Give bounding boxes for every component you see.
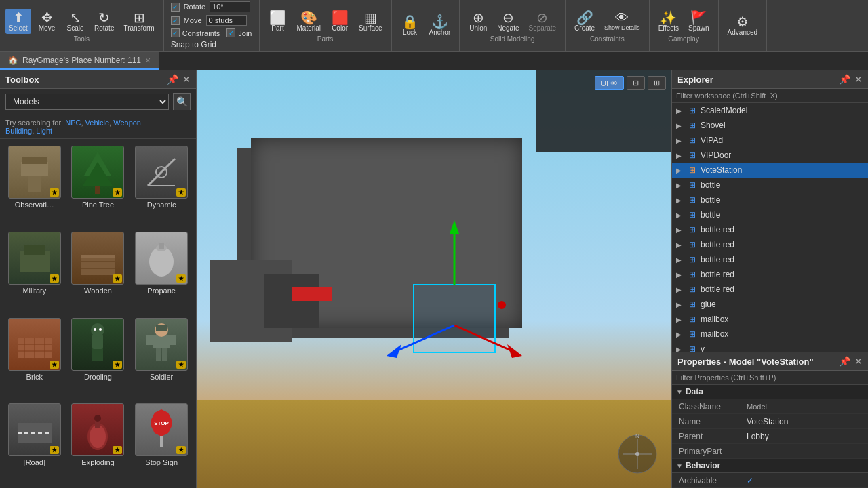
models-dropdown[interactable]: Models bbox=[5, 94, 169, 110]
lock-button[interactable]: 🔒 Lock bbox=[397, 13, 423, 38]
model-item-dynamic[interactable]: ★ Dynamic bbox=[131, 143, 192, 226]
tree-item-vipdoor[interactable]: ▶ ⊞ VIPDoor bbox=[672, 148, 868, 163]
spawn-button[interactable]: 🚩 Spawn bbox=[685, 9, 713, 34]
left-structure2 bbox=[264, 274, 319, 328]
create-button[interactable]: 🔗 Create bbox=[571, 9, 598, 34]
tree-item-bottle-red3[interactable]: ▶ ⊞ bottle red bbox=[672, 252, 868, 267]
tree-item-bottle1[interactable]: ▶ ⊞ bottle bbox=[672, 178, 868, 192]
scale-button[interactable]: ⤡ Scale bbox=[62, 9, 88, 34]
tree-item-bottle-red1[interactable]: ▶ ⊞ bottle red bbox=[672, 222, 868, 237]
surface-button[interactable]: ▦ Surface bbox=[355, 9, 385, 34]
tree-item-votestation[interactable]: ▶ ⊞ VoteStation bbox=[672, 163, 868, 178]
material-button[interactable]: 🎨 Material bbox=[294, 9, 325, 34]
model-badge-watchtower: ★ bbox=[50, 188, 59, 197]
constraints-checkbox[interactable]: ✓ bbox=[171, 28, 180, 37]
viewport[interactable]: UI 👁 ⊡ ⊞ bbox=[197, 70, 671, 488]
view-2d-button[interactable]: ⊡ bbox=[627, 76, 645, 90]
view-3d-button[interactable]: ⊞ bbox=[648, 76, 666, 90]
prop-archivable-val[interactable]: ✓ bbox=[747, 476, 861, 485]
suggestion-building[interactable]: Building bbox=[5, 127, 32, 135]
properties-pin-icon[interactable]: 📌 bbox=[839, 356, 850, 367]
suggestion-light[interactable]: Light bbox=[36, 127, 52, 135]
tree-label-mailbox1: mailbox bbox=[701, 314, 728, 324]
model-thumb-pinetree: ★ bbox=[71, 146, 124, 199]
properties-section-data[interactable]: ▼ Data bbox=[672, 385, 868, 399]
part-button[interactable]: ⬜ Part bbox=[265, 9, 291, 34]
properties-section-behavior[interactable]: ▼ Behavior bbox=[672, 459, 868, 473]
move-checkbox[interactable]: ✓ bbox=[171, 16, 180, 25]
move-value-input[interactable] bbox=[206, 15, 247, 26]
tree-icon-glue: ⊞ bbox=[687, 299, 698, 310]
tree-item-mailbox1[interactable]: ▶ ⊞ mailbox bbox=[672, 312, 868, 327]
model-thumb-exploding: ★ bbox=[71, 403, 124, 456]
join-checkbox[interactable]: ✓ bbox=[226, 28, 235, 37]
tree-item-bottle2[interactable]: ▶ ⊞ bottle bbox=[672, 192, 868, 207]
model-badge-stopsign: ★ bbox=[176, 446, 186, 454]
transform-button[interactable]: ⊞ Transform bbox=[120, 9, 157, 34]
model-item-propane[interactable]: ★ Propane bbox=[131, 229, 192, 312]
advanced-button[interactable]: ⚙ Advanced bbox=[724, 13, 761, 38]
model-item-wooden[interactable]: ★ Wooden bbox=[68, 229, 129, 312]
model-item-exploding[interactable]: ★ Exploding bbox=[68, 401, 129, 484]
spawn-icon: 🚩 bbox=[690, 11, 707, 24]
tree-item-v[interactable]: ▶ ⊞ v bbox=[672, 342, 868, 352]
prop-classname-row: ClassName Model bbox=[672, 399, 868, 414]
explorer-pin-icon[interactable]: 📌 bbox=[839, 74, 850, 85]
properties-close-icon[interactable]: ✕ bbox=[854, 356, 863, 367]
explorer-header-icons: 📌 ✕ bbox=[839, 74, 863, 85]
tree-item-bottle3[interactable]: ▶ ⊞ bottle bbox=[672, 207, 868, 222]
color-button[interactable]: 🟥 Color bbox=[327, 9, 353, 34]
search-button[interactable]: 🔍 bbox=[173, 93, 191, 110]
tree-item-scaled-model[interactable]: ▶ ⊞ ScaledModel bbox=[672, 103, 868, 118]
negate-button[interactable]: ⊖ Negate bbox=[494, 9, 522, 34]
viewport-ui-buttons: UI 👁 ⊡ ⊞ bbox=[595, 76, 666, 90]
tree-item-bottle-red4[interactable]: ▶ ⊞ bottle red bbox=[672, 267, 868, 282]
tab-title: RayGmage's Place Number: 111 bbox=[22, 56, 141, 65]
gameplay-group: ✨ Effects 🚩 Spawn Gameplay bbox=[650, 0, 719, 51]
show-details-icon: 👁 bbox=[615, 11, 629, 24]
svg-marker-49 bbox=[507, 344, 522, 358]
tree-arrow-bottle-red5: ▶ bbox=[676, 286, 684, 293]
tree-item-vipad[interactable]: ▶ ⊞ VIPAd bbox=[672, 133, 868, 148]
tree-item-glue[interactable]: ▶ ⊞ glue bbox=[672, 297, 868, 312]
svg-rect-33 bbox=[168, 336, 176, 345]
suggestion-weapon[interactable]: Weapon bbox=[113, 119, 141, 127]
anchor-button[interactable]: ⚓ Anchor bbox=[426, 13, 454, 38]
prop-name-val[interactable]: VoteStation bbox=[747, 417, 861, 426]
separate-button[interactable]: ⊘ Separate bbox=[525, 9, 559, 34]
transform-label: Transform bbox=[123, 24, 154, 32]
rotate-button[interactable]: ↻ Rotate bbox=[91, 9, 117, 34]
model-thumb-soldier: ★ bbox=[135, 318, 188, 371]
snap-group: ✓ Rotate ✓ Move ✓ Constraints ✓ Join Sna… bbox=[164, 0, 260, 51]
toolbox-header: Toolbox 📌 ✕ bbox=[0, 70, 196, 89]
model-item-stopsign[interactable]: STOP ★ Stop Sign bbox=[131, 401, 192, 484]
model-item-road[interactable]: ★ [Road] bbox=[4, 401, 65, 484]
move-button[interactable]: ✥ Move bbox=[34, 9, 60, 34]
show-details-button[interactable]: 👁 Show Details bbox=[601, 9, 644, 33]
union-icon: ⊕ bbox=[473, 11, 484, 24]
toolbox-close-icon[interactable]: ✕ bbox=[182, 74, 191, 85]
ui-toggle-button[interactable]: UI 👁 bbox=[595, 76, 624, 90]
suggestion-vehicle[interactable]: Vehicle bbox=[85, 119, 109, 127]
model-item-watchtower[interactable]: ★ Observati… bbox=[4, 143, 65, 226]
suggestion-npc[interactable]: NPC bbox=[65, 119, 81, 127]
tree-item-mailbox2[interactable]: ▶ ⊞ mailbox bbox=[672, 327, 868, 342]
tree-item-bottle-red5[interactable]: ▶ ⊞ bottle red bbox=[672, 282, 868, 297]
tree-item-bottle-red2[interactable]: ▶ ⊞ bottle red bbox=[672, 237, 868, 252]
main-tab[interactable]: 🏠 RayGmage's Place Number: 111 × bbox=[0, 52, 159, 70]
model-item-pinetree[interactable]: ★ Pine Tree bbox=[68, 143, 129, 226]
properties-header-icons: 📌 ✕ bbox=[839, 356, 863, 367]
tab-close-button[interactable]: × bbox=[145, 55, 151, 66]
rotate-checkbox[interactable]: ✓ bbox=[171, 3, 180, 12]
rotate-value-input[interactable] bbox=[210, 1, 250, 12]
model-item-military[interactable]: ★ Military bbox=[4, 229, 65, 312]
model-item-soldier[interactable]: ★ Soldier bbox=[131, 315, 192, 399]
explorer-close-icon[interactable]: ✕ bbox=[854, 74, 863, 85]
toolbox-pin-icon[interactable]: 📌 bbox=[167, 74, 178, 85]
tree-item-shovel[interactable]: ▶ ⊞ Shovel bbox=[672, 118, 868, 133]
model-item-brick[interactable]: ★ Brick bbox=[4, 315, 65, 399]
select-button[interactable]: ⬆ Select bbox=[5, 9, 31, 34]
union-button[interactable]: ⊕ Union bbox=[465, 9, 491, 34]
effects-button[interactable]: ✨ Effects bbox=[655, 9, 682, 34]
model-item-drooling[interactable]: ★ Drooling bbox=[68, 315, 129, 399]
